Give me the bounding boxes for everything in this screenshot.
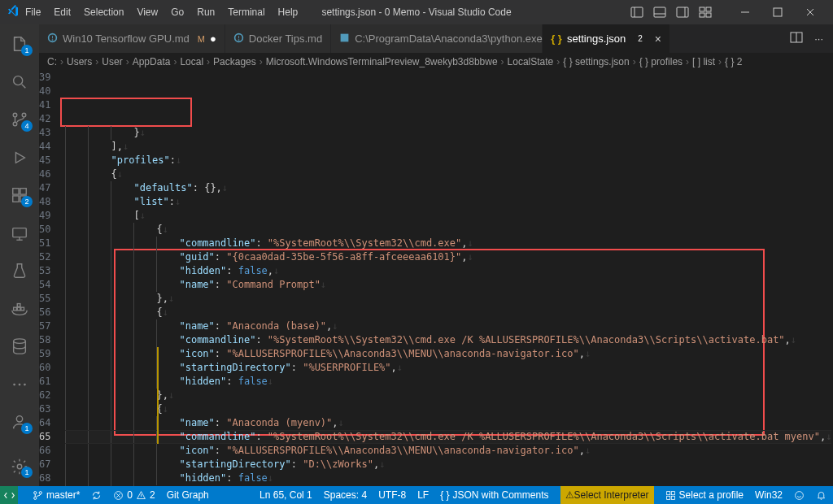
svg-point-16 [52,39,54,41]
svg-point-42 [24,383,26,385]
git-graph-button[interactable]: Git Graph [167,489,209,501]
sync-button[interactable] [91,490,102,501]
menu-terminal[interactable]: Terminal [222,3,270,21]
svg-rect-2 [654,7,665,17]
editor-tabs: Win10 Tensorflow GPU.mdM●Docker Tips.mdC… [0,24,833,53]
menu-edit[interactable]: Edit [48,3,76,21]
branch-button[interactable]: master* [33,489,80,501]
layout-panel-left-icon[interactable] [630,5,644,20]
feedback-icon[interactable] [794,490,805,501]
gutter: 3940414243444546474849505152535455565758… [39,71,65,486]
breadcrumb-segment[interactable]: User [102,56,122,67]
breadcrumb-segment[interactable]: C: [47,56,57,67]
menu-file[interactable]: File [20,3,46,21]
breadcrumb-segment[interactable]: AppData [133,56,171,67]
editor[interactable]: 3940414243444546474849505152535455565758… [39,71,833,486]
svg-rect-29 [20,189,26,194]
split-editor-icon[interactable] [790,31,803,46]
cursor-position[interactable]: Ln 65, Col 1 [259,489,312,501]
svg-rect-7 [706,7,711,11]
breadcrumb-segment[interactable]: { } settings.json [563,56,629,67]
svg-rect-35 [14,307,17,311]
svg-rect-37 [21,307,24,311]
svg-rect-0 [631,7,643,17]
svg-point-44 [17,464,22,469]
svg-point-19 [238,39,240,41]
svg-rect-32 [13,228,27,237]
os-button[interactable]: Win32 [755,489,783,501]
remote-indicator[interactable] [0,486,18,504]
svg-rect-36 [17,307,20,311]
tab-settings-json[interactable]: { }settings.json2× [543,24,670,53]
activity-database[interactable] [0,333,39,360]
activity-files[interactable]: 1 [0,31,39,58]
interpreter-warning[interactable]: ⚠ Select Interpreter [560,486,654,504]
svg-rect-9 [706,13,711,17]
activity-settings[interactable]: 1 [0,454,39,480]
activity-run-debug[interactable] [0,145,39,172]
menu-bar: FileEditSelectionViewGoRunTerminalHelp [20,3,303,21]
menu-go[interactable]: Go [165,3,190,21]
layout-panel-bottom-icon[interactable] [652,5,667,20]
activity-bar: 14211 [0,24,39,486]
breadcrumb-segment[interactable]: LocalState [508,56,554,67]
activity-extensions[interactable]: 2 [0,182,39,209]
svg-point-45 [34,491,37,493]
language-button[interactable]: { } JSON with Comments [440,489,548,501]
activity-testing[interactable] [0,258,39,285]
svg-rect-6 [700,7,704,11]
encoding-button[interactable]: UTF-8 [378,489,406,501]
breadcrumb[interactable]: C:›Users›User›AppData›Local›Packages›Mic… [0,53,833,71]
tab-docker-tips-md[interactable]: Docker Tips.md [225,24,331,53]
title-bar: FileEditSelectionViewGoRunTerminalHelp s… [0,0,833,24]
profile-button[interactable]: Select a profile [665,489,744,501]
breadcrumb-segment[interactable]: Local [180,56,203,67]
svg-point-40 [13,383,15,385]
menu-selection[interactable]: Selection [78,3,129,21]
maximize-button[interactable] [761,0,794,24]
tab-c--programdata-anaconda3-python-exe-c--p[interactable]: C:\ProgramData\Anaconda3\python.exe C:\P… [331,24,543,53]
breadcrumb-segment[interactable]: { } 2 [725,56,742,67]
activity-remote[interactable] [0,220,39,247]
layout-grid-icon[interactable] [698,5,713,20]
breadcrumb-segment[interactable]: Packages [213,56,256,67]
more-actions-icon[interactable]: ··· [814,33,823,45]
menu-view[interactable]: View [131,3,164,21]
close-button[interactable] [794,0,826,24]
problems-button[interactable]: 0 2 [113,489,155,501]
svg-point-43 [16,416,22,422]
breadcrumb-segment[interactable]: [ ] list [692,56,715,67]
svg-rect-8 [700,13,704,17]
svg-point-47 [39,491,41,493]
status-bar: master* 0 2 Git Graph Ln 65, Col 1 Space… [0,486,833,504]
code-area[interactable]: }↓],↓"profiles":↓{↓"defaults": {},↓"list… [65,71,831,486]
activity-source-control[interactable]: 4 [0,106,39,133]
activity-account[interactable]: 1 [0,409,39,436]
svg-rect-20 [341,33,349,41]
tab-win10-tensorflow-gpu-md[interactable]: Win10 Tensorflow GPU.mdM● [39,24,225,53]
activity-search[interactable] [0,69,39,96]
breadcrumb-segment[interactable]: { } profiles [639,56,683,67]
breadcrumb-segment[interactable]: Users [67,56,92,67]
vscode-icon [7,5,20,20]
indent-button[interactable]: Spaces: 4 [324,489,367,501]
svg-line-24 [22,85,26,89]
menu-run[interactable]: Run [191,3,220,21]
activity-docker[interactable] [0,296,39,323]
svg-point-23 [14,76,23,85]
svg-rect-52 [666,491,669,494]
breadcrumb-segment[interactable]: Microsoft.WindowsTerminalPreview_8wekyb3… [266,56,498,67]
menu-help[interactable]: Help [273,3,304,21]
svg-point-27 [22,113,26,117]
bell-icon[interactable] [816,490,826,501]
svg-rect-4 [677,7,688,17]
minimize-button[interactable] [729,0,761,24]
svg-point-56 [796,491,804,499]
close-icon[interactable]: × [655,33,661,46]
layout-panel-right-icon[interactable] [675,5,690,20]
svg-rect-55 [671,496,674,499]
highlight-box-1 [60,98,192,127]
svg-rect-11 [774,8,782,16]
eol-button[interactable]: LF [417,489,429,501]
activity-more[interactable] [0,371,39,398]
